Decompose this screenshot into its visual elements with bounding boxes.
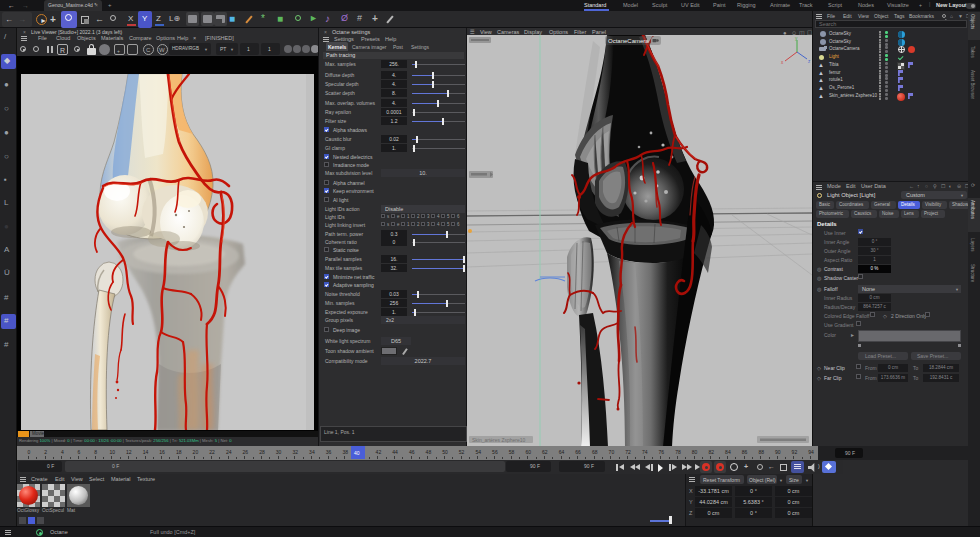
svg-text:OctaneCamera: OctaneCamera: [608, 38, 649, 44]
svg-text:Skin_artères Zsphere10: Skin_artères Zsphere10: [472, 437, 526, 443]
